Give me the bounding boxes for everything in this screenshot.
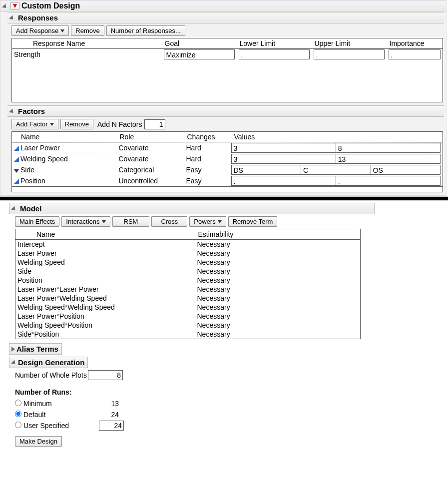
rsm-button[interactable]: RSM: [112, 216, 150, 227]
responses-title: Responses: [18, 13, 58, 22]
model-row[interactable]: Laser PowerNecessary: [15, 249, 361, 258]
importance-cell[interactable]: .: [389, 49, 441, 59]
add-response-label: Add Response: [16, 27, 58, 34]
factor-role[interactable]: Uncontrolled: [117, 175, 184, 187]
model-estimability[interactable]: Necessary: [195, 267, 361, 276]
remove-factor-button[interactable]: Remove: [60, 119, 93, 129]
lower-cell[interactable]: .: [239, 49, 310, 59]
col-goal[interactable]: Goal: [162, 38, 237, 49]
response-name-cell[interactable]: Strength: [12, 49, 162, 60]
runs-option[interactable]: User Specified: [15, 420, 446, 431]
cross-button[interactable]: Cross: [151, 216, 187, 227]
model-estimability[interactable]: Necessary: [195, 276, 361, 285]
factor-row[interactable]: SideCategoricalEasyDSCOS: [12, 164, 443, 175]
alias-terms-header[interactable]: Alias Terms: [9, 343, 62, 355]
factor-row[interactable]: PositionUncontrolledEasy..: [12, 175, 443, 187]
main-effects-button[interactable]: Main Effects: [15, 216, 59, 227]
model-row[interactable]: Laser Power*Welding SpeedNecessary: [15, 294, 361, 303]
factor-changes[interactable]: Hard: [184, 153, 229, 164]
factors-title: Factors: [18, 107, 45, 115]
continuous-icon: [14, 157, 19, 162]
model-row[interactable]: Laser Power*PositionNecessary: [15, 312, 361, 321]
model-estimability[interactable]: Necessary: [195, 312, 361, 321]
model-estimability[interactable]: Necessary: [195, 249, 361, 258]
disclosure-icon[interactable]: [2, 3, 8, 9]
col-role[interactable]: Role: [117, 132, 184, 142]
value-cell[interactable]: 3: [231, 154, 336, 164]
value-cell[interactable]: 3: [231, 143, 336, 153]
runs-option[interactable]: Minimum13: [15, 398, 446, 409]
factor-role[interactable]: Categorical: [117, 164, 184, 175]
model-row[interactable]: Welding Speed*PositionNecessary: [15, 321, 361, 330]
add-n-factors-input[interactable]: [144, 119, 165, 129]
disclosure-closed-icon[interactable]: [11, 347, 15, 352]
runs-radio[interactable]: [15, 400, 21, 406]
factors-table: Name Role Changes Values Laser PowerCova…: [11, 131, 443, 187]
factor-row[interactable]: Laser PowerCovariateHard38: [12, 142, 443, 154]
model-row[interactable]: Welding SpeedNecessary: [15, 258, 361, 267]
col-name[interactable]: Name: [12, 132, 117, 142]
response-row[interactable]: Strength Maximize . . .: [12, 49, 443, 60]
col-upper[interactable]: Upper Limit: [312, 38, 387, 49]
value-cell[interactable]: 13: [336, 154, 441, 164]
model-estimability[interactable]: Necessary: [195, 285, 361, 294]
value-cell[interactable]: DS: [231, 165, 302, 175]
factor-changes[interactable]: Hard: [184, 142, 229, 154]
disclosure-icon[interactable]: [11, 360, 17, 366]
model-estimability[interactable]: Necessary: [195, 258, 361, 267]
disclosure-icon[interactable]: [11, 206, 17, 212]
user-specified-runs-input[interactable]: [99, 421, 124, 431]
hotspot-icon[interactable]: [10, 2, 19, 10]
model-term: Side: [15, 267, 195, 276]
model-estimability[interactable]: Necessary: [195, 330, 361, 339]
upper-cell[interactable]: .: [314, 49, 385, 59]
model-row[interactable]: InterceptNecessary: [15, 240, 361, 249]
factor-changes[interactable]: Easy: [184, 164, 229, 175]
model-row[interactable]: Side*PositionNecessary: [15, 330, 361, 339]
continuous-icon: [14, 146, 19, 151]
value-cell[interactable]: .: [336, 176, 441, 186]
factor-row[interactable]: Welding SpeedCovariateHard313: [12, 153, 443, 164]
runs-option[interactable]: Default24: [15, 409, 446, 420]
factor-changes[interactable]: Easy: [184, 175, 229, 187]
value-cell[interactable]: 8: [336, 143, 441, 153]
model-estimability[interactable]: Necessary: [195, 303, 361, 312]
value-cell[interactable]: OS: [371, 165, 441, 175]
value-cell[interactable]: C: [301, 165, 371, 175]
model-row[interactable]: PositionNecessary: [15, 276, 361, 285]
runs-radio[interactable]: [15, 411, 21, 417]
whole-plots-input[interactable]: [88, 370, 123, 380]
num-responses-button[interactable]: Number of Responses...: [106, 25, 185, 36]
model-row[interactable]: SideNecessary: [15, 267, 361, 276]
runs-radio[interactable]: [15, 422, 21, 428]
model-row[interactable]: Laser Power*Laser PowerNecessary: [15, 285, 361, 294]
col-estimability[interactable]: Estimability: [195, 229, 361, 240]
model-table: Name Estimability InterceptNecessaryLase…: [15, 229, 361, 339]
model-estimability[interactable]: Necessary: [195, 240, 361, 249]
goal-cell[interactable]: Maximize: [164, 49, 235, 59]
model-estimability[interactable]: Necessary: [195, 321, 361, 330]
value-cell[interactable]: .: [231, 176, 336, 186]
disclosure-icon[interactable]: [9, 15, 15, 21]
add-response-button[interactable]: Add Response: [11, 25, 69, 36]
make-design-button[interactable]: Make Design: [15, 436, 62, 447]
model-estimability[interactable]: Necessary: [195, 294, 361, 303]
col-values[interactable]: Values: [229, 132, 443, 142]
factor-values: DSCOS: [231, 165, 441, 175]
col-model-name[interactable]: Name: [15, 229, 195, 240]
factor-name: Side: [20, 166, 34, 174]
col-response-name[interactable]: Response Name: [12, 38, 162, 49]
powers-button[interactable]: Powers: [189, 216, 226, 227]
factor-role[interactable]: Covariate: [117, 153, 184, 164]
disclosure-icon[interactable]: [9, 108, 15, 114]
col-lower[interactable]: Lower Limit: [237, 38, 312, 49]
interactions-button[interactable]: Interactions: [61, 216, 110, 227]
factor-role[interactable]: Covariate: [117, 142, 184, 154]
col-importance[interactable]: Importance: [387, 38, 443, 49]
col-changes[interactable]: Changes: [184, 132, 229, 142]
model-term: Welding Speed*Welding Speed: [15, 303, 195, 312]
add-factor-button[interactable]: Add Factor: [11, 119, 58, 129]
remove-term-button[interactable]: Remove Term: [228, 216, 278, 227]
model-row[interactable]: Welding Speed*Welding SpeedNecessary: [15, 303, 361, 312]
remove-response-button[interactable]: Remove: [71, 25, 104, 36]
